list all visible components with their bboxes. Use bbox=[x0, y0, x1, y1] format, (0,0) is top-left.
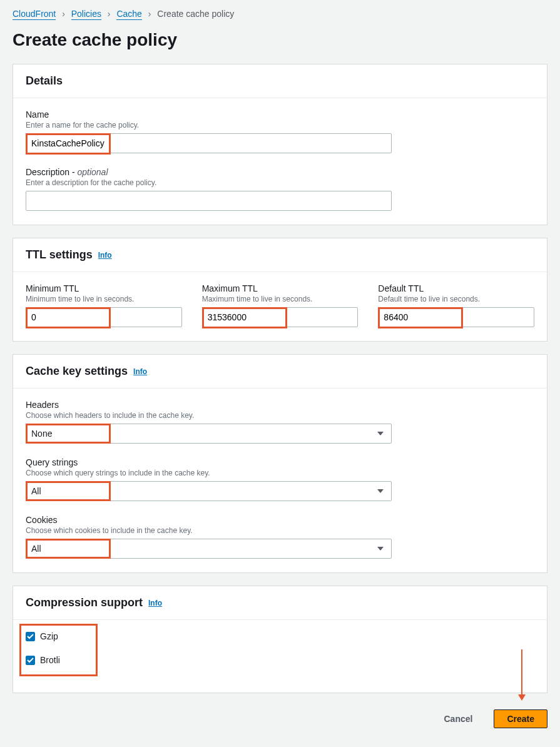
gzip-label: Gzip bbox=[40, 631, 58, 641]
breadcrumb-link-cloudfront[interactable]: CloudFront bbox=[13, 9, 56, 20]
default-ttl-input[interactable] bbox=[378, 307, 534, 327]
headers-label: Headers bbox=[26, 400, 534, 410]
name-desc: Enter a name for the cache policy. bbox=[26, 121, 534, 130]
compression-header: Compression support Info bbox=[13, 586, 547, 620]
cookies-select[interactable]: All bbox=[26, 539, 392, 559]
min-ttl-input[interactable] bbox=[26, 307, 182, 327]
default-ttl-desc: Default time to live in seconds. bbox=[378, 295, 534, 303]
breadcrumb-current: Create cache policy bbox=[157, 9, 234, 19]
chevron-down-icon bbox=[370, 547, 391, 551]
cookies-label: Cookies bbox=[26, 515, 534, 525]
chevron-right-icon: › bbox=[108, 9, 111, 19]
headers-desc: Choose which headers to include in the c… bbox=[26, 411, 534, 420]
cancel-button[interactable]: Cancel bbox=[431, 710, 485, 728]
default-ttl-label: Default TTL bbox=[378, 283, 534, 293]
query-strings-desc: Choose which query strings to include in… bbox=[26, 469, 534, 477]
ttl-header: TTL settings Info bbox=[13, 238, 547, 272]
cache-key-panel: Cache key settings Info Headers Choose w… bbox=[13, 354, 547, 573]
brotli-checkbox[interactable] bbox=[26, 656, 35, 665]
cookies-select-value: All bbox=[26, 541, 370, 556]
name-label: Name bbox=[26, 109, 534, 119]
chevron-right-icon: › bbox=[148, 9, 151, 19]
max-ttl-input[interactable] bbox=[202, 307, 359, 327]
cache-key-info-link[interactable]: Info bbox=[133, 367, 147, 376]
breadcrumb-link-policies[interactable]: Policies bbox=[71, 9, 101, 20]
min-ttl-desc: Minimum time to live in seconds. bbox=[26, 295, 182, 303]
max-ttl-label: Maximum TTL bbox=[202, 283, 359, 293]
page-title: Create cache policy bbox=[13, 30, 547, 50]
brotli-label: Brotli bbox=[40, 655, 60, 665]
create-button[interactable]: Create bbox=[494, 709, 547, 728]
form-actions: Cancel Create bbox=[13, 706, 547, 732]
description-label: Description - optional bbox=[26, 167, 534, 177]
breadcrumb: CloudFront › Policies › Cache › Create c… bbox=[13, 9, 547, 19]
chevron-down-icon bbox=[370, 489, 391, 493]
max-ttl-desc: Maximum time to live in seconds. bbox=[202, 295, 359, 303]
compression-panel: Compression support Info Gzip Brotli bbox=[13, 586, 547, 693]
compression-info-link[interactable]: Info bbox=[148, 599, 162, 607]
chevron-right-icon: › bbox=[62, 9, 65, 19]
details-header: Details bbox=[13, 64, 547, 98]
ttl-panel: TTL settings Info Minimum TTL Minimum ti… bbox=[13, 238, 547, 342]
min-ttl-label: Minimum TTL bbox=[26, 283, 182, 293]
cache-key-header: Cache key settings Info bbox=[13, 355, 547, 389]
headers-select[interactable]: None bbox=[26, 424, 392, 444]
name-input[interactable] bbox=[26, 133, 392, 153]
description-input[interactable] bbox=[26, 191, 392, 211]
details-panel: Details Name Enter a name for the cache … bbox=[13, 64, 547, 225]
query-strings-label: Query strings bbox=[26, 457, 534, 467]
headers-select-value: None bbox=[26, 426, 370, 441]
query-strings-select[interactable]: All bbox=[26, 481, 392, 501]
ttl-info-link[interactable]: Info bbox=[98, 251, 112, 260]
gzip-checkbox[interactable] bbox=[26, 632, 35, 641]
chevron-down-icon bbox=[370, 432, 391, 435]
query-strings-select-value: All bbox=[26, 484, 370, 499]
description-desc: Enter a description for the cache policy… bbox=[26, 178, 534, 187]
breadcrumb-link-cache[interactable]: Cache bbox=[116, 9, 141, 20]
cookies-desc: Choose which cookies to include in the c… bbox=[26, 526, 534, 535]
